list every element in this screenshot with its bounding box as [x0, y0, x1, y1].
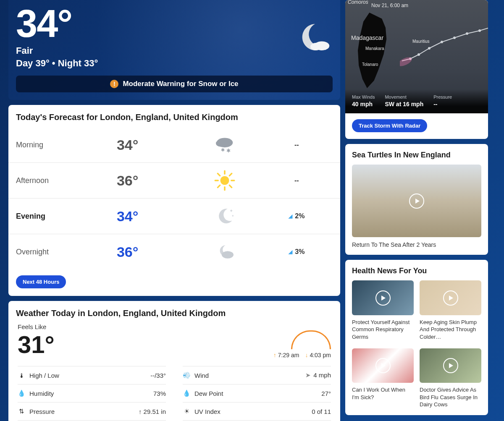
current-condition: Fair: [16, 45, 333, 56]
track-storm-button[interactable]: Track Storm With Radar: [352, 119, 427, 132]
forecast-temp: 36°: [117, 244, 189, 260]
forecast-temp: 36°: [117, 173, 189, 189]
forecast-temp: 34°: [117, 208, 189, 225]
map-label-manakara: Manakara: [365, 46, 384, 51]
svg-point-21: [441, 41, 443, 43]
forecast-period-label: Evening: [16, 212, 117, 221]
day-night-temps: Day 39° • Night 33°: [16, 58, 333, 69]
storm-stat-movement: Movement SW at 16 mph: [385, 94, 423, 107]
forecast-precip: ◢3%: [261, 248, 333, 256]
sunrise-sunset-block: 7:29 am 4:03 pm: [273, 330, 331, 358]
health-caption: Keep Aging Skin Plump And Protected Thro…: [420, 319, 481, 341]
detail-uv-index: ☀UV Index 0 of 11: [183, 402, 331, 420]
detail-humidity: 💧Humidity 73%: [18, 384, 166, 402]
play-icon: [443, 358, 458, 373]
forecast-title: Today's Forecast for London, England, Un…: [8, 112, 340, 127]
storm-stat-max-winds: Max Winds 40 mph: [352, 94, 375, 107]
thermometer-icon: 🌡: [18, 371, 25, 379]
health-caption: Doctor Gives Advice As Bird Flu Cases Su…: [420, 386, 481, 408]
svg-text:✦: ✦: [231, 214, 234, 218]
uv-icon: ☀: [183, 408, 190, 415]
svg-point-25: [400, 55, 413, 68]
play-icon: [375, 290, 391, 306]
sunny-icon: [189, 169, 260, 192]
sea-turtles-caption[interactable]: Return To The Sea After 2 Years: [352, 241, 481, 248]
pressure-icon: ⇅: [18, 408, 25, 415]
map-label-comoros: Comoros: [348, 0, 368, 5]
wind-icon: 💨: [183, 371, 190, 379]
video-thumbnail: [420, 280, 481, 315]
feels-like-label: Feels Like: [18, 323, 55, 330]
detail-high-low: 🌡High / Low --/33°: [18, 366, 166, 384]
health-item[interactable]: Keep Aging Skin Plump And Protected Thro…: [420, 280, 481, 340]
health-item[interactable]: Can I Work Out When I'm Sick?: [352, 348, 414, 408]
play-icon: [443, 290, 458, 306]
storm-track-path-icon: [400, 19, 488, 69]
svg-point-6: [220, 176, 229, 185]
svg-text:✦: ✦: [229, 208, 233, 213]
current-temperature: 34°: [16, 4, 333, 43]
map-label-madagascar: Madagascar: [351, 34, 383, 41]
forecast-precip: ◢2%: [261, 212, 333, 220]
forecast-row-afternoon[interactable]: Afternoon 36° --: [8, 163, 340, 199]
video-thumbnail: [352, 280, 414, 315]
weather-alert-banner[interactable]: ! Moderate Warning for Snow or Ice: [16, 76, 333, 92]
forecast-row-morning[interactable]: Morning 34° ✱✱ --: [8, 127, 340, 163]
health-caption: Can I Work Out When I'm Sick?: [352, 386, 414, 401]
weather-today-title: Weather Today in London, England, United…: [8, 309, 340, 323]
video-thumbnail-turtles[interactable]: [352, 165, 481, 237]
storm-map[interactable]: Comoros Nov 21, 6:00 am Madagascar Manak…: [345, 0, 488, 113]
health-item[interactable]: Protect Yourself Against Common Respirat…: [352, 280, 414, 340]
svg-text:✱: ✱: [226, 148, 230, 154]
moon-cloud-icon: [292, 20, 330, 58]
storm-timestamp: Nov 21, 6:00 am: [371, 3, 408, 8]
forecast-row-overnight[interactable]: Overnight 36° ◢3%: [8, 234, 340, 269]
forecast-precip: --: [261, 141, 333, 149]
play-icon: [409, 194, 424, 209]
dewpoint-icon: 💧: [183, 390, 190, 397]
svg-point-22: [453, 37, 456, 39]
svg-point-23: [466, 32, 468, 35]
health-news-card: Health News For You Protect Yourself Aga…: [345, 260, 488, 415]
svg-point-3: [216, 140, 225, 147]
play-icon: [375, 358, 391, 373]
forecast-precip: --: [261, 177, 333, 184]
svg-text:✱: ✱: [221, 147, 225, 152]
svg-point-20: [428, 47, 430, 50]
detail-wind: 💨Wind ➤4 mph: [183, 366, 331, 384]
forecast-period-label: Overnight: [16, 248, 117, 256]
sea-turtles-card: Sea Turtles In New England Return To The…: [345, 144, 488, 255]
health-news-title: Health News For You: [352, 267, 481, 275]
svg-point-19: [417, 53, 420, 56]
feels-like-block: Feels Like 31°: [18, 323, 55, 358]
health-item[interactable]: Doctor Gives Advice As Bird Flu Cases Su…: [420, 348, 481, 408]
video-thumbnail: [420, 348, 481, 383]
next-48-hours-button[interactable]: Next 48 Hours: [16, 275, 66, 288]
current-conditions-hero: 34° Fair Day 39° • Night 33° ! Moderate …: [8, 0, 340, 100]
detail-pressure: ⇅Pressure ↑ 29.51 in: [18, 402, 166, 420]
map-label-tolanaro: Tolanaro: [362, 62, 378, 67]
detail-dew-point: 💧Dew Point 27°: [183, 384, 331, 402]
weather-today-card: Weather Today in London, England, United…: [8, 301, 340, 421]
forecast-period-label: Morning: [16, 141, 117, 149]
alert-text: Moderate Warning for Snow or Ice: [123, 80, 238, 88]
health-caption: Protect Yourself Against Common Respirat…: [352, 319, 414, 341]
sunrise-time: 7:29 am: [273, 352, 299, 358]
raindrop-icon: ◢: [289, 213, 292, 219]
sunset-time: 4:03 pm: [305, 352, 331, 358]
svg-line-11: [218, 173, 220, 175]
todays-forecast-card: Today's Forecast for London, England, Un…: [8, 105, 340, 296]
svg-point-17: [222, 251, 234, 259]
svg-line-14: [218, 185, 220, 187]
raindrop-icon: ◢: [289, 249, 292, 255]
clear-night-icon: ✦✦: [189, 204, 260, 228]
svg-line-12: [229, 185, 231, 187]
storm-stat-pressure: Pressure --: [433, 94, 452, 107]
sea-turtles-title: Sea Turtles In New England: [352, 151, 481, 160]
forecast-row-evening[interactable]: Evening 34° ✦✦ ◢2%: [8, 199, 340, 234]
forecast-temp: 34°: [117, 137, 189, 153]
sun-arc-icon: [291, 330, 331, 349]
forecast-period-label: Afternoon: [16, 176, 117, 185]
snow-icon: ✱✱: [189, 133, 260, 157]
svg-point-24: [478, 29, 481, 32]
